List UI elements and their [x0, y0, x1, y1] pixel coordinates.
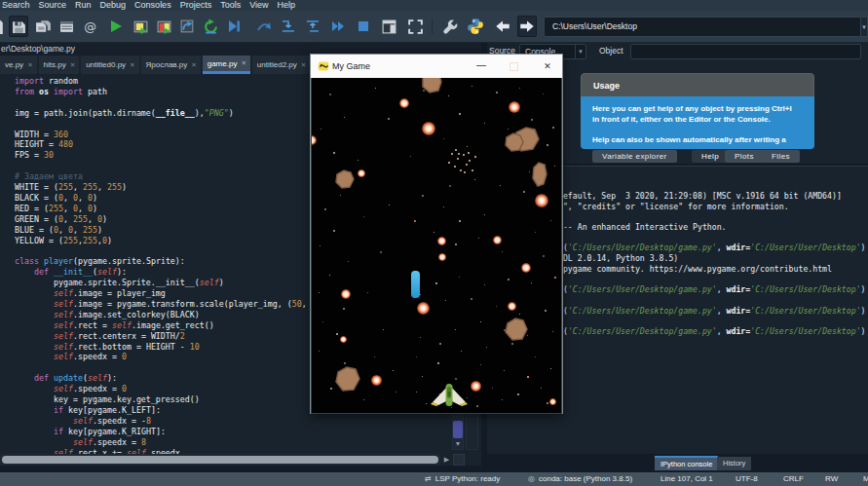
status-bar: ⇄LSP Python: ready◎conda: base (Python 3… — [0, 472, 868, 486]
asteroids-layer — [312, 78, 561, 412]
menu-run[interactable]: Run — [75, 0, 100, 11]
editor-tab-ve-py[interactable]: ve.py✕ — [0, 56, 37, 74]
run-cell-advance-icon[interactable] — [154, 16, 173, 37]
pane-tab-help[interactable]: Help — [692, 150, 729, 163]
close-button[interactable]: ✕ — [539, 55, 556, 78]
usage-line — [592, 126, 814, 136]
menu-view[interactable]: View — [249, 0, 277, 11]
find-symbols-icon[interactable]: @ — [80, 16, 99, 37]
menu-debug[interactable]: Debug — [100, 0, 135, 11]
tab-close-icon[interactable]: ✕ — [301, 61, 306, 69]
step-into-icon[interactable] — [279, 16, 298, 37]
game-window-titlebar[interactable]: My Game — ✕ — [311, 55, 562, 78]
maximize-button[interactable] — [506, 55, 523, 78]
tab-close-icon[interactable]: ✕ — [27, 61, 32, 69]
scroll-right-arrow-icon[interactable]: ▶ — [441, 454, 452, 466]
code-line: self.image = player_img — [15, 288, 166, 299]
menu-source[interactable]: Source — [39, 0, 76, 11]
pane-tab-files[interactable]: Files — [762, 150, 800, 163]
tab-label: untitled2.py — [257, 60, 297, 69]
save-all-icon[interactable] — [33, 16, 53, 37]
usage-title: Usage — [581, 73, 814, 96]
toolbar-separator — [432, 19, 433, 34]
menu-search[interactable]: Search — [2, 0, 39, 11]
asteroid — [336, 367, 359, 391]
stop-debug-icon[interactable] — [354, 16, 373, 37]
continue-icon[interactable] — [328, 16, 348, 37]
run-icon[interactable] — [106, 16, 126, 37]
status-text: RW — [825, 474, 838, 483]
forward-icon[interactable] — [517, 16, 537, 37]
pygame-window: My Game — ✕ — [310, 54, 563, 414]
menu-tools[interactable]: Tools — [220, 0, 249, 11]
step-icon[interactable] — [254, 16, 274, 37]
step-return-icon[interactable] — [303, 16, 322, 37]
editor-tab-hits-py[interactable]: hits.py✕ — [39, 56, 80, 74]
console-pane-tabs: IPython consoleHistory — [487, 456, 868, 471]
game-canvas[interactable] — [311, 78, 562, 414]
pane-tab-variable-explorer[interactable]: Variable explorer — [592, 150, 677, 163]
combobox-arrow-icon[interactable]: ▼ — [575, 45, 585, 58]
object-label: Object — [599, 46, 623, 56]
editor-tab-untitled2-py[interactable]: untitled2.py✕ — [252, 56, 310, 74]
python-path-manager-icon[interactable] — [466, 16, 485, 37]
code-line: if key[pygame.K_RIGHT]: — [15, 427, 166, 437]
status-mem: Mem 61% — [863, 472, 868, 486]
pane-tab-history[interactable]: History — [717, 457, 751, 470]
working-directory-field[interactable]: C:\Users\User\Desktop — [544, 17, 861, 37]
status-text: Line 107, Col 1 — [660, 474, 713, 483]
status-text: LSP Python: ready — [435, 474, 501, 483]
bullet — [411, 271, 420, 298]
code-line: BLUE = (0, 0, 255) — [15, 225, 102, 236]
help-object-input[interactable] — [630, 44, 861, 59]
asteroid — [533, 163, 547, 186]
preferences-icon[interactable] — [440, 16, 460, 37]
rerun-cell-icon[interactable] — [177, 16, 197, 37]
code-line: self.speedx = 8 — [15, 437, 146, 448]
working-directory-dropdown-icon[interactable]: ▼ — [861, 17, 868, 37]
code-line: pygame.sprite.Sprite.__init__(self) — [15, 278, 224, 288]
code-line: def update(self): — [15, 373, 117, 384]
scroll-down-arrow-icon[interactable]: ▼ — [452, 438, 464, 450]
editor-vertical-scrollbar-thumb[interactable] — [453, 421, 463, 438]
tab-close-icon[interactable]: ✕ — [241, 59, 245, 67]
code-line: self.image.set_colorkey(BLACK) — [15, 310, 200, 320]
minimize-button[interactable]: — — [472, 55, 490, 78]
run-cell-icon[interactable] — [131, 16, 150, 37]
code-line: def __init__(self): — [15, 267, 127, 278]
fullscreen-icon[interactable] — [405, 16, 425, 37]
tab-close-icon[interactable]: ✕ — [130, 61, 134, 69]
editor-tab--py[interactable]: Ярослав.py✕ — [141, 56, 201, 74]
status-text: CRLF — [783, 474, 804, 483]
status-conda-: ◎conda: base (Python 3.8.5) — [528, 472, 632, 486]
status-lsp: ⇄LSP Python: ready — [425, 472, 500, 486]
code-line: FPS = 30 — [15, 150, 54, 161]
tab-close-icon[interactable]: ✕ — [191, 61, 196, 69]
save-icon[interactable] — [9, 16, 28, 37]
menu-consoles[interactable]: Consoles — [134, 0, 180, 11]
back-icon[interactable] — [493, 16, 512, 37]
code-line: GREEN = (0, 255, 0) — [15, 214, 107, 225]
code-line: from os import path — [15, 87, 107, 97]
tab-label: untitled0.py — [86, 60, 126, 69]
tab-label: Ярослав.py — [146, 60, 188, 69]
code-line: RED = (255, 0, 0) — [15, 204, 97, 214]
file-switcher-icon[interactable] — [57, 16, 76, 37]
code-line: self.speedx = -8 — [15, 416, 151, 427]
menu-help[interactable]: Help — [278, 0, 305, 11]
usage-line: Here you can get help of any object by p… — [592, 104, 814, 115]
debug-file-icon[interactable] — [224, 16, 244, 37]
editor-horizontal-scrollbar-thumb[interactable] — [2, 456, 438, 464]
code-line: self.image = pygame.transform.scale(play… — [15, 299, 307, 310]
editor-tab-game-py[interactable]: game.py✕ — [203, 56, 250, 74]
pane-tab-plots[interactable]: Plots — [725, 150, 764, 163]
maximize-pane-icon[interactable] — [379, 16, 398, 37]
editor-tab-untitled0-py[interactable]: untitled0.py✕ — [81, 56, 138, 74]
pane-tab-ipython-console[interactable]: IPython console — [655, 456, 718, 470]
menu-projects[interactable]: Projects — [180, 0, 221, 11]
tab-close-icon[interactable]: ✕ — [70, 61, 75, 69]
code-line: if key[pygame.K_LEFT]: — [15, 405, 161, 416]
spyder-window: SearchSourceRunDebugConsolesProjectsTool… — [0, 0, 868, 486]
run-selection-icon[interactable] — [201, 16, 220, 37]
status-text: UTF-8 — [736, 474, 758, 483]
